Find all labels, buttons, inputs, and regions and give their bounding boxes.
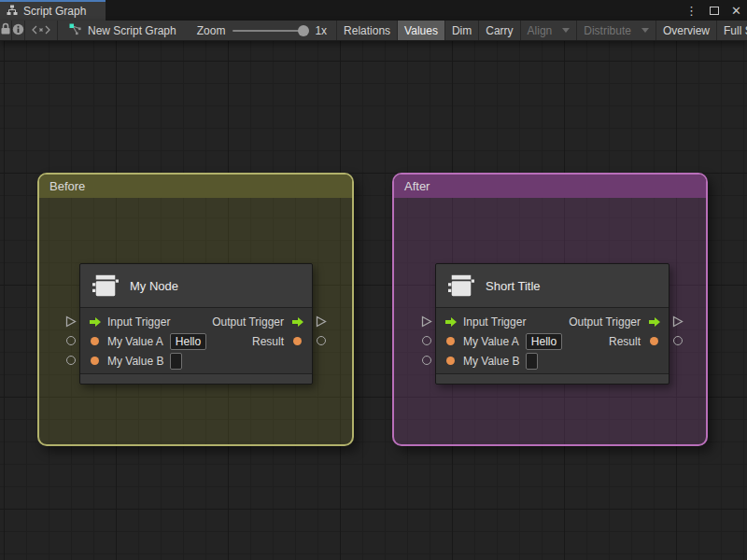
external-value-port-left-b[interactable]: [66, 356, 76, 365]
values-button[interactable]: Values: [398, 21, 444, 40]
port-row-value-b: My Value B: [80, 351, 312, 371]
graph-name-button[interactable]: New Script Graph: [58, 21, 188, 40]
input-trigger-port-icon[interactable]: [444, 316, 458, 328]
node-my-node[interactable]: My Node Input Trigger Output Trigger: [79, 263, 313, 385]
port-row-value-b: My Value B: [436, 351, 669, 371]
group-after-label: After: [404, 179, 430, 193]
group-before-header[interactable]: Before: [39, 175, 352, 198]
external-trigger-port-right[interactable]: [672, 315, 684, 328]
external-value-port-right[interactable]: [317, 336, 326, 345]
distribute-dropdown[interactable]: Distribute: [577, 21, 655, 40]
code-view-button[interactable]: [25, 21, 57, 40]
graph-icon: [69, 22, 82, 38]
code-brackets-icon: [32, 24, 50, 37]
overview-button[interactable]: Overview: [656, 21, 716, 40]
external-value-port-right[interactable]: [673, 336, 683, 345]
node-body: Input Trigger Output Trigger My Value A …: [80, 308, 312, 373]
dim-label: Dim: [452, 24, 472, 37]
port-row-value-a: My Value A Hello Result: [80, 331, 312, 351]
port-row-value-a: My Value A Hello Result: [436, 331, 669, 351]
tab-script-graph[interactable]: Script Graph: [0, 0, 106, 21]
unit-node-icon: [447, 271, 475, 301]
dim-button[interactable]: Dim: [445, 21, 478, 40]
graph-canvas[interactable]: Before After My Nod: [0, 0, 747, 560]
maximize-icon[interactable]: [710, 7, 719, 15]
external-trigger-port-right[interactable]: [316, 315, 327, 328]
input-trigger-label: Input Trigger: [107, 315, 170, 329]
inspect-button[interactable]: [12, 21, 24, 40]
node-short-title[interactable]: Short Title Input Trigger Output Trigger: [435, 263, 669, 385]
align-dropdown[interactable]: Align: [521, 21, 577, 40]
full-screen-button[interactable]: Full Scr: [717, 21, 747, 40]
external-trigger-port-left[interactable]: [65, 315, 77, 328]
lock-button[interactable]: [0, 21, 11, 40]
result-label: Result: [252, 335, 284, 348]
close-icon[interactable]: ✕: [731, 5, 741, 17]
overview-label: Overview: [663, 24, 710, 37]
output-trigger-label: Output Trigger: [212, 315, 284, 329]
dropdown-caret-icon: [562, 28, 570, 33]
output-trigger-port-icon[interactable]: [290, 316, 304, 328]
tab-bar: Script Graph ⋮ ✕: [0, 0, 747, 21]
value-a-label: My Value A: [463, 335, 519, 348]
window-controls: ⋮ ✕: [685, 0, 741, 21]
zoom-label: Zoom: [197, 24, 226, 37]
value-b-port-icon[interactable]: [444, 357, 458, 365]
graph-toolbar: New Script Graph Zoom 1x Relations Value…: [0, 21, 747, 41]
zoom-slider-track: [233, 30, 307, 32]
lock-icon: [0, 22, 11, 38]
relations-button[interactable]: Relations: [337, 21, 397, 40]
value-b-input[interactable]: [526, 353, 538, 370]
node-short-title-header[interactable]: Short Title: [436, 264, 669, 308]
zoom-slider[interactable]: [233, 25, 307, 36]
carry-button[interactable]: Carry: [479, 21, 519, 40]
node-body: Input Trigger Output Trigger My Value A …: [436, 308, 669, 373]
info-icon: [12, 23, 24, 38]
value-b-input[interactable]: [170, 353, 182, 370]
output-trigger-label: Output Trigger: [569, 315, 641, 329]
dropdown-caret-icon: [641, 28, 649, 33]
zoom-slider-handle[interactable]: [298, 25, 309, 36]
port-row-trigger: Input Trigger Output Trigger: [436, 312, 669, 331]
external-value-port-left-a[interactable]: [66, 336, 76, 345]
align-label: Align: [528, 24, 553, 37]
port-row-trigger: Input Trigger Output Trigger: [80, 312, 312, 331]
result-label: Result: [609, 335, 641, 348]
zoom-control: Zoom 1x: [188, 21, 336, 40]
node-my-node-header[interactable]: My Node: [80, 264, 312, 308]
view-options: Relations Values Dim Carry Align Distrib…: [336, 21, 747, 40]
unit-node-icon: [92, 271, 120, 301]
input-trigger-port-icon[interactable]: [88, 316, 102, 328]
output-trigger-port-icon[interactable]: [647, 316, 661, 328]
external-value-port-left-b[interactable]: [422, 356, 431, 365]
node-footer: [436, 373, 669, 384]
value-a-port-icon[interactable]: [88, 337, 102, 345]
distribute-label: Distribute: [584, 24, 631, 37]
hierarchy-icon: [7, 5, 18, 19]
group-after-header[interactable]: After: [394, 175, 706, 198]
script-graph-window: Before After My Nod: [0, 0, 747, 560]
node-title: Short Title: [486, 279, 541, 293]
node-footer: [80, 373, 312, 384]
value-b-port-icon[interactable]: [88, 357, 102, 365]
full-screen-label: Full Scr: [724, 24, 747, 37]
value-a-label: My Value A: [107, 335, 163, 348]
result-port-icon[interactable]: [647, 337, 661, 345]
input-trigger-label: Input Trigger: [463, 315, 526, 329]
value-a-port-icon[interactable]: [444, 337, 458, 345]
more-menu-icon[interactable]: ⋮: [685, 5, 698, 17]
result-port-icon[interactable]: [290, 337, 304, 345]
tab-title: Script Graph: [23, 5, 86, 18]
relations-label: Relations: [344, 24, 390, 37]
value-b-label: My Value B: [463, 355, 519, 368]
value-a-input[interactable]: Hello: [526, 333, 562, 350]
graph-name-label: New Script Graph: [88, 24, 176, 37]
node-title: My Node: [130, 279, 178, 293]
external-trigger-port-left[interactable]: [421, 315, 432, 328]
values-label: Values: [404, 24, 438, 37]
value-a-input[interactable]: Hello: [170, 333, 206, 350]
zoom-value: 1x: [315, 24, 327, 37]
external-value-port-left-a[interactable]: [422, 336, 431, 345]
group-before-label: Before: [49, 179, 85, 193]
value-b-label: My Value B: [107, 355, 163, 368]
